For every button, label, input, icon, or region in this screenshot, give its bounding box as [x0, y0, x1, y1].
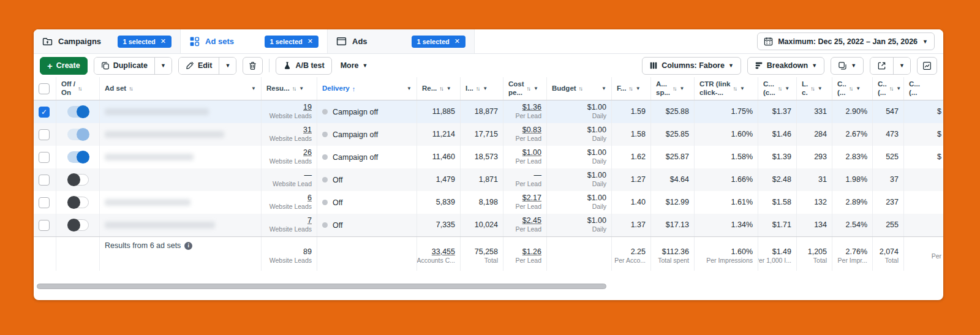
sort-icon[interactable]: ↑↓ — [733, 85, 736, 92]
column-header-ctr[interactable]: CTR (link click-...↑↓▼ — [695, 77, 758, 100]
status-toggle[interactable] — [67, 151, 89, 163]
column-header-last[interactable]: C... (... — [904, 77, 943, 100]
column-header-toggle[interactable]: Off / On↑↓ — [56, 77, 100, 100]
sort-icon[interactable]: ↑↓ — [129, 85, 132, 92]
row-checkbox[interactable] — [39, 152, 50, 163]
info-icon[interactable]: i — [184, 242, 192, 250]
column-header-cost[interactable]: Cost pe...↑↓▼ — [503, 77, 547, 100]
edit-dropdown[interactable]: ▼ — [219, 58, 236, 74]
sort-icon[interactable]: ↑↓ — [889, 85, 893, 92]
value[interactable]: 19 — [303, 104, 312, 112]
ad-set-name-cell[interactable] — [100, 168, 262, 191]
reports-button[interactable]: ▼ — [831, 57, 864, 75]
value[interactable]: 26 — [303, 149, 312, 157]
create-button[interactable]: + Create — [40, 57, 88, 75]
value[interactable]: 6 — [307, 194, 312, 203]
column-header-reach[interactable]: Re...↑↓▼ — [417, 77, 461, 100]
value[interactable]: $1.26 — [522, 248, 541, 257]
sort-icon[interactable]: ↑↓ — [476, 85, 480, 92]
sort-icon[interactable]: ↑↓ — [628, 85, 632, 92]
chevron-down-icon[interactable]: ▼ — [856, 86, 861, 91]
column-header-clicks_all[interactable]: C.. (...↑↓▼ — [873, 77, 904, 100]
value[interactable]: $1.36 — [522, 104, 541, 112]
close-icon[interactable]: ✕ — [160, 38, 166, 45]
column-header-select[interactable] — [34, 77, 56, 100]
sort-icon[interactable]: ↑↓ — [673, 85, 676, 92]
sort-ascending-icon[interactable]: ↑ — [352, 85, 356, 92]
row-checkbox[interactable]: ✓ — [39, 107, 50, 118]
ad-set-name-cell[interactable] — [100, 146, 262, 168]
value[interactable]: 7 — [307, 217, 312, 225]
chevron-down-icon[interactable]: ▼ — [299, 86, 304, 91]
status-toggle[interactable] — [67, 219, 89, 231]
chevron-down-icon[interactable]: ▼ — [818, 86, 823, 91]
status-toggle[interactable] — [67, 197, 89, 208]
status-toggle[interactable] — [67, 106, 89, 118]
row-checkbox[interactable] — [39, 175, 50, 186]
chevron-down-icon[interactable]: ▼ — [251, 86, 256, 91]
delete-button[interactable] — [243, 57, 263, 75]
sort-icon[interactable]: ↑↓ — [810, 85, 814, 92]
tab-ads[interactable]: Ads 1 selected ✕ — [328, 29, 475, 53]
column-header-ctr_all[interactable]: C.. (...↑↓▼ — [832, 77, 873, 100]
ab-test-button[interactable]: A/B test — [276, 57, 331, 75]
sort-icon[interactable]: ↑↓ — [439, 85, 443, 92]
sort-icon[interactable]: ↑↓ — [292, 85, 296, 92]
sort-icon[interactable]: ↑↓ — [527, 85, 530, 92]
row-checkbox[interactable] — [39, 129, 50, 140]
chevron-down-icon[interactable]: ▼ — [483, 86, 488, 91]
chevron-down-icon[interactable]: ▼ — [447, 86, 451, 91]
select-all-checkbox[interactable] — [39, 83, 50, 94]
row-checkbox[interactable] — [39, 197, 50, 208]
sort-icon[interactable]: ↑↓ — [579, 85, 582, 92]
column-header-impressions[interactable]: I...↑↓▼ — [461, 77, 503, 100]
tab-campaigns[interactable]: Campaigns 1 selected ✕ — [34, 29, 181, 53]
value[interactable]: 33,455 — [432, 248, 455, 257]
close-icon[interactable]: ✕ — [307, 38, 313, 45]
column-header-spent[interactable]: A... sp...↑↓▼ — [651, 77, 695, 100]
column-header-linkclicks[interactable]: L. c.↑↓▼ — [797, 77, 832, 100]
charts-button[interactable] — [917, 57, 937, 75]
chevron-down-icon[interactable]: ▼ — [740, 86, 745, 91]
ad-set-name-cell[interactable] — [100, 214, 262, 236]
column-header-adset[interactable]: Ad set↑↓▼ — [100, 77, 262, 100]
sort-icon[interactable]: ↑↓ — [778, 85, 782, 92]
sort-icon[interactable]: ↑↓ — [78, 85, 81, 92]
breakdown-button[interactable]: Breakdown ▼ — [747, 57, 824, 75]
close-icon[interactable]: ✕ — [454, 38, 460, 45]
column-header-budget[interactable]: Budget↑↓▼ — [547, 77, 612, 100]
value[interactable]: $2.17 — [522, 194, 541, 203]
chevron-down-icon[interactable]: ▼ — [533, 86, 538, 91]
column-header-freq[interactable]: F...↑↓▼ — [612, 77, 651, 100]
duplicate-button[interactable]: Duplicate — [94, 58, 154, 74]
status-toggle[interactable] — [67, 174, 89, 186]
chevron-down-icon[interactable]: ▼ — [636, 86, 641, 91]
export-button[interactable] — [870, 58, 893, 74]
ad-set-name-cell[interactable] — [100, 191, 262, 214]
chevron-down-icon[interactable]: ▼ — [896, 86, 901, 91]
columns-button[interactable]: Columns: Fabore ▼ — [642, 57, 741, 75]
chevron-down-icon[interactable]: ▼ — [407, 86, 412, 91]
column-header-results[interactable]: Resu...↑↓▼ — [262, 77, 317, 100]
chevron-down-icon[interactable]: ▼ — [785, 86, 790, 91]
export-dropdown[interactable]: ▼ — [893, 58, 910, 74]
date-range-selector[interactable]: Maximum: Dec 25, 2022 – Jan 25, 2026 ▼ — [757, 32, 935, 50]
tab-ad-sets[interactable]: Ad sets 1 selected ✕ — [181, 29, 328, 53]
duplicate-dropdown[interactable]: ▼ — [154, 58, 172, 74]
edit-button[interactable]: Edit — [179, 58, 219, 74]
column-header-cpm[interactable]: C... (c...↑↓▼ — [758, 77, 797, 100]
chevron-down-icon[interactable]: ▼ — [680, 86, 685, 91]
value[interactable]: $0.83 — [522, 126, 541, 135]
value[interactable]: $2.45 — [522, 217, 541, 225]
horizontal-scrollbar[interactable] — [37, 284, 606, 289]
chevron-down-icon[interactable]: ▼ — [601, 86, 606, 91]
column-header-delivery[interactable]: Delivery↑▼ — [317, 77, 417, 100]
status-toggle[interactable] — [67, 129, 89, 140]
value[interactable]: $1.00 — [522, 149, 541, 157]
ad-set-name-cell[interactable] — [100, 100, 262, 123]
ad-set-name-cell[interactable] — [100, 123, 262, 146]
sort-icon[interactable]: ↑↓ — [849, 85, 853, 92]
more-button[interactable]: More ▼ — [338, 61, 371, 70]
value[interactable]: 31 — [303, 126, 312, 135]
row-checkbox[interactable] — [39, 220, 50, 231]
